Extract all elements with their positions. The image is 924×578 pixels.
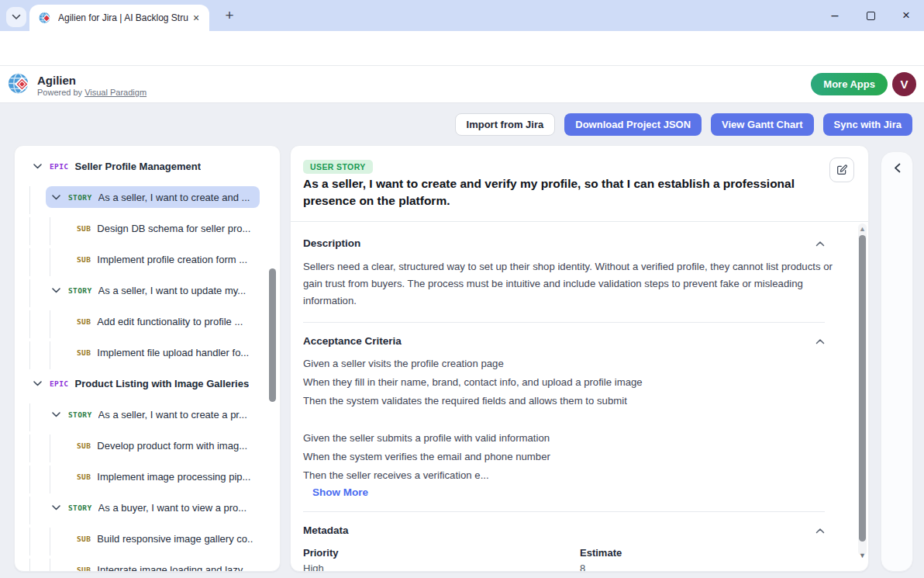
item-label: As a seller, I want to create a pr... [98,409,247,421]
item-type-badge: SUB [77,441,91,450]
app-header [0,66,924,103]
more-apps-button[interactable]: More Apps [811,73,888,95]
right-collapse-panel[interactable] [881,151,913,572]
item-label: Implement profile creation form ... [97,254,247,265]
tree-row-sub[interactable]: SUBImplement file upload handler fo... [15,341,280,369]
detail-scroll-up-icon[interactable]: ▲ [859,226,866,233]
browser-titlebar: Agilien for Jira | AI Backlog Stru × + –… [0,0,924,31]
tree-row-sub[interactable]: SUBDevelop product form with imag... [15,434,280,462]
chevron-down-icon [12,14,21,20]
acceptance-line: Then the system validates the required f… [303,392,825,410]
app-window: Agilien for Jira | AI Backlog Stru × + –… [0,0,924,578]
tree-chevron-down-icon[interactable] [33,381,43,386]
metadata-collapse-button[interactable] [815,528,825,534]
window-minimize-button[interactable]: – [817,0,853,31]
acceptance-line [303,410,825,429]
import-from-jira-button[interactable]: Import from Jira [455,113,556,136]
acceptance-collapse-button[interactable] [815,338,825,344]
actions-row: Import from Jira Download Project JSON V… [455,113,912,136]
item-label: Implement image processing pip... [97,471,250,483]
download-project-json-button[interactable]: Download Project JSON [564,113,702,136]
item-type-badge: SUB [77,317,91,326]
item-label: As a buyer, I want to view a pro... [98,502,247,514]
tree-row-sub[interactable]: SUBAdd edit functionality to profile ... [15,310,280,338]
tree-row-story[interactable]: STORYAs a buyer, I want to view a pro... [15,497,280,524]
item-type-badge: SUB [77,566,91,573]
powered-by-prefix: Powered by [37,88,84,97]
backlog-tree-panel: EPICSeller Profile ManagementSTORYAs a s… [14,145,281,572]
item-label: Integrate image loading and lazy... [97,564,250,573]
tree-chevron-down-icon[interactable] [52,505,62,511]
user-avatar[interactable]: V [892,72,916,96]
item-label: As a seller, I want to create and ... [98,192,250,203]
metadata-grid: Priority High Estimate 8 [303,547,825,572]
item-type-badge: STORY [68,504,92,512]
tree-chevron-down-icon[interactable] [33,164,43,169]
item-label: Implement file upload handler fo... [97,347,249,358]
metadata-heading: Metadata [303,524,349,536]
item-type-badge: EPIC [50,379,68,388]
item-label: Seller Profile Management [74,161,201,172]
app-title: Agilien [37,74,76,87]
tab-title: Agilien for Jira | AI Backlog Stru [58,12,189,23]
edit-button[interactable] [829,157,854,182]
browser-tab[interactable]: Agilien for Jira | AI Backlog Stru × [29,5,209,31]
visual-paradigm-link[interactable]: Visual Paradigm [84,88,147,97]
item-type-badge: EPIC [50,162,68,171]
priority-label: Priority [303,547,580,559]
show-more-link[interactable]: Show More [312,486,368,498]
tree-chevron-down-icon[interactable] [52,412,62,417]
detail-scroll-down-icon[interactable]: ▼ [859,552,866,559]
tree-chevron-down-icon[interactable] [52,195,62,200]
tree-row-sub[interactable]: SUBBuild responsive image gallery co... [15,528,280,556]
view-gantt-chart-button[interactable]: View Gantt Chart [711,113,814,136]
chevron-left-icon [894,163,901,173]
window-maximize-button[interactable] [853,0,888,31]
acceptance-criteria-text: Given a seller visits the profile creati… [303,355,825,485]
detail-header: USER STORY As a seller, I want to create… [291,146,868,222]
tree-row-story[interactable]: STORYAs a seller, I want to create and .… [15,186,280,214]
acceptance-line: Given the seller submits a profile with … [303,429,825,448]
tree-row-sub[interactable]: SUBDesign DB schema for seller pro... [15,217,280,245]
item-type-badge: SUB [77,255,91,264]
story-title: As a seller, I want to create and verify… [303,175,824,209]
item-label: Design DB schema for seller pro... [97,223,250,234]
tree-row-epic[interactable]: EPICProduct Listing with Image Galleries [15,372,280,400]
favicon-agilien-icon [39,12,52,25]
tree-row-sub[interactable]: SUBImplement image processing pip... [15,466,280,493]
tree-row-story[interactable]: STORYAs a seller, I want to create a pr.… [15,403,280,431]
tab-close-icon[interactable]: × [189,11,203,25]
tree-row-sub[interactable]: SUBIntegrate image loading and lazy... [15,559,280,572]
section-divider [303,322,825,323]
item-label: Add edit functionality to profile ... [97,316,243,327]
browser-toolbar: ai-toolbox.visual-paradigm.com/app/agili… [0,31,924,66]
agilien-logo-icon [8,72,32,96]
window-close-button[interactable]: × [888,0,924,31]
tree-row-story[interactable]: STORYAs a seller, I want to update my... [15,279,280,307]
item-type-badge: STORY [68,410,92,419]
description-collapse-button[interactable] [815,241,825,247]
tree-row-sub[interactable]: SUBImplement profile creation form ... [15,248,280,276]
item-type-badge: SUB [77,472,91,481]
acceptance-line: Then the seller receives a verification … [303,466,825,485]
tab-search-button[interactable] [6,7,26,27]
item-type-badge: SUB [77,224,91,233]
item-label: Build responsive image gallery co... [97,533,253,545]
backlog-tree: EPICSeller Profile ManagementSTORYAs a s… [15,155,280,572]
tree-scrollbar-thumb[interactable] [269,268,276,402]
estimate-value: 8 [580,562,825,572]
collapse-panel-button[interactable] [881,163,912,173]
tree-row-epic[interactable]: EPICSeller Profile Management [15,155,280,183]
edit-pencil-icon [836,164,848,176]
sync-with-jira-button[interactable]: Sync with Jira [823,113,912,136]
detail-scrollbar-thumb[interactable] [859,235,866,542]
priority-value: High [303,562,580,572]
item-label: Develop product form with imag... [97,440,247,452]
user-story-badge: USER STORY [303,160,373,174]
acceptance-line: When they fill in their name, brand, con… [303,373,825,392]
chevron-up-icon [815,528,825,534]
new-tab-button[interactable]: + [220,6,239,25]
tree-chevron-down-icon[interactable] [52,288,62,293]
estimate-label: Estimate [580,547,825,559]
detail-body: Description Sellers need a clear, struct… [291,222,868,572]
